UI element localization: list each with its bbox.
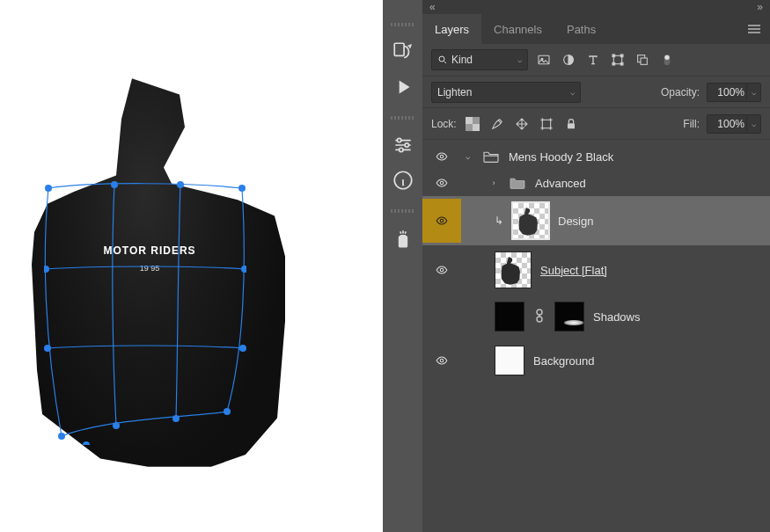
lock-all-icon[interactable] (562, 115, 580, 133)
layer-thumbnail[interactable] (495, 302, 524, 332)
svg-point-6 (44, 345, 51, 352)
svg-point-10 (172, 415, 180, 422)
layer-background[interactable]: Background (422, 339, 770, 383)
svg-rect-35 (542, 120, 550, 128)
svg-point-0 (45, 185, 52, 192)
lock-transparency-icon[interactable] (464, 115, 481, 133)
filter-type-icon[interactable] (584, 51, 602, 69)
layers-panel: « » Layers Channels Paths Kind ⌵ (422, 0, 770, 532)
disclosure-open-icon[interactable]: ⌵ (461, 152, 473, 161)
lock-pixels-icon[interactable] (488, 115, 506, 133)
eye-off-icon (434, 310, 450, 323)
collapse-right-icon: » (757, 1, 763, 13)
svg-rect-29 (641, 58, 647, 64)
svg-rect-25 (620, 55, 623, 57)
search-icon (437, 55, 448, 65)
panel-dock: « » Layers Channels Paths Kind ⌵ (383, 0, 770, 532)
filter-kind-dropdown[interactable]: Kind ⌵ (431, 49, 528, 70)
layer-thumbnail[interactable] (512, 202, 549, 239)
panel-toolstrip (383, 0, 422, 532)
layer-group-root[interactable]: ⌵ Mens Hoody 2 Black (422, 143, 770, 170)
layer-shadows[interactable]: Shadows (422, 295, 770, 339)
opacity-caret[interactable]: ⌵ (746, 83, 760, 102)
disclosure-closed-icon[interactable]: › (488, 179, 500, 187)
blend-mode-value: Lighten (437, 86, 472, 98)
mask-link-icon[interactable] (535, 309, 544, 325)
svg-point-4 (44, 266, 49, 273)
svg-rect-27 (620, 62, 623, 65)
lock-artboard-icon[interactable] (538, 115, 555, 133)
svg-point-5 (241, 266, 246, 273)
layer-mask-thumbnail[interactable] (554, 302, 584, 332)
history-panel-icon[interactable] (392, 42, 414, 62)
info-panel-icon[interactable] (392, 171, 414, 190)
panel-tabbar: Layers Channels Paths (422, 14, 770, 44)
svg-rect-34 (473, 124, 480, 131)
visibility-toggle[interactable] (422, 341, 461, 380)
fill-input[interactable] (708, 118, 746, 130)
svg-point-3 (238, 185, 246, 192)
layer-label: Subject [Flat] (540, 264, 607, 277)
layer-advanced[interactable]: › Advanced (422, 170, 770, 196)
filter-smartobject-icon[interactable] (634, 51, 651, 69)
svg-point-38 (440, 181, 444, 185)
filter-shape-icon[interactable] (609, 51, 627, 69)
svg-point-2 (177, 181, 184, 188)
eye-icon (434, 354, 450, 367)
eye-icon (434, 215, 450, 227)
layer-label: Design (558, 215, 593, 228)
toolstrip-grip-2[interactable] (391, 116, 415, 120)
canvas-area[interactable]: MOTOR RIDERS 19 95 (0, 0, 383, 532)
fill-field[interactable]: ⌵ (707, 114, 761, 134)
svg-point-43 (440, 359, 444, 362)
visibility-toggle[interactable] (422, 248, 461, 292)
lock-fill-row: Lock: Fill: ⌵ (422, 107, 770, 139)
warp-transform-mesh[interactable] (44, 181, 246, 445)
opacity-field[interactable]: ⌵ (707, 83, 761, 102)
svg-point-37 (440, 155, 444, 158)
eye-icon (434, 150, 450, 163)
svg-point-39 (440, 219, 444, 222)
filter-pixel-icon[interactable] (535, 51, 553, 69)
svg-point-1 (111, 181, 118, 188)
svg-point-8 (58, 433, 65, 440)
visibility-toggle[interactable] (422, 172, 461, 193)
lock-position-icon[interactable] (513, 115, 531, 133)
adjustments-panel-icon[interactable] (392, 135, 414, 155)
layer-label: Background (533, 354, 594, 368)
chevron-down-icon: ⌵ (517, 55, 522, 64)
fill-label: Fill: (683, 118, 700, 130)
tab-paths[interactable]: Paths (554, 14, 608, 44)
layer-label: Advanced (535, 177, 586, 190)
clipping-mask-icon: ↳ (495, 215, 503, 227)
svg-point-16 (399, 148, 402, 151)
layer-thumbnail[interactable] (495, 251, 532, 288)
svg-rect-26 (612, 62, 615, 65)
panel-menu-icon[interactable] (738, 14, 770, 44)
eye-icon (434, 264, 450, 276)
filter-adjustment-icon[interactable] (560, 51, 577, 69)
layer-thumbnail[interactable] (495, 346, 524, 375)
layer-tree: ⌵ Mens Hoody 2 Black › Adva (422, 139, 770, 532)
svg-rect-13 (394, 43, 404, 55)
panel-collapse-bar[interactable]: « » (422, 0, 770, 14)
filter-toggle-switch[interactable] (658, 51, 676, 69)
svg-point-7 (239, 345, 246, 352)
tab-channels[interactable]: Channels (481, 14, 554, 44)
filter-kind-label: Kind (451, 54, 473, 66)
actions-panel-icon[interactable] (392, 77, 414, 97)
blend-mode-dropdown[interactable]: Lighten ⌵ (431, 82, 581, 103)
visibility-toggle[interactable] (422, 199, 461, 243)
tab-layers[interactable]: Layers (422, 14, 481, 44)
visibility-toggle[interactable] (422, 297, 461, 336)
opacity-input[interactable] (708, 86, 746, 98)
layer-subject-flat[interactable]: Subject [Flat] (422, 245, 770, 295)
toolstrip-grip[interactable] (391, 23, 415, 26)
fill-caret[interactable]: ⌵ (746, 114, 760, 134)
svg-point-19 (439, 56, 444, 62)
svg-point-12 (83, 441, 90, 445)
layer-design[interactable]: ↳ Design (422, 196, 770, 245)
visibility-toggle[interactable] (422, 146, 461, 167)
clone-source-panel-icon[interactable] (392, 229, 414, 248)
toolstrip-grip-3[interactable] (391, 209, 415, 213)
